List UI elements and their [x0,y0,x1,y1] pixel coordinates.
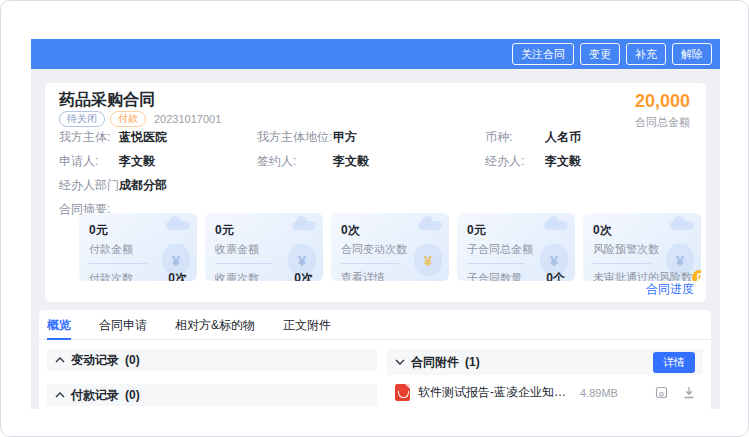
field-handler: 经办人: 李文毅 [485,153,690,168]
window-frame: 关注合同 变更 补充 解除 药品采购合同 待关闭 付款 20231017001 … [0,0,749,437]
follow-contract-button[interactable]: 关注合同 [512,43,574,65]
tab-overview[interactable]: 概览 [47,310,71,340]
section-title: 付款记录 [71,387,119,404]
app-background: 药品采购合同 待关闭 付款 20231017001 20,000 合同总金额 我… [31,69,720,409]
stat-payment-amount: 0元 付款金额 付款次数 0次 [79,213,197,281]
stat-subcontract-amount: 0元 子合同总金额 子合同数量 0个 [457,213,575,281]
tab-body-attachments[interactable]: 正文附件 [283,310,331,340]
divider [89,263,147,264]
terminate-button[interactable]: 解除 [672,43,712,65]
risk-count-badge: 0 [692,270,701,281]
file-download-icon[interactable] [683,386,695,399]
stat-risk-warning: 0次 风险预警次数 未审批通过的风险数 0 [583,213,701,281]
file-preview-icon[interactable] [655,386,668,399]
field-applicant: 申请人: 李文毅 [59,153,257,168]
field-our-party-role: 我方主体地位: 甲方 [257,129,485,144]
contract-action-bar: 关注合同 变更 补充 解除 [31,39,720,69]
divider [215,263,273,264]
stat-change-count: 0次 合同变动次数 查看详情 [331,213,449,281]
right-panel-column: 合同附件 (1) 详情 软件测试报告-蓝凌企业知识化平台软... 4.89MB [387,349,703,409]
section-title: 合同附件 [411,354,459,371]
attachment-detail-button[interactable]: 详情 [653,352,695,373]
total-amount-value: 20,000 [635,91,690,112]
divider [593,263,651,264]
section-contract-attachments[interactable]: 合同附件 (1) 详情 [387,349,703,375]
field-our-party: 我方主体: 蓝悦医院 [59,129,257,144]
field-currency: 币种: 人名币 [485,129,690,144]
section-count: (1) [465,355,480,369]
section-payment-records[interactable]: 付款记录 (0) [47,384,377,406]
section-count: (0) [125,353,140,367]
contract-tag-row: 待关闭 付款 20231017001 [59,111,221,127]
tab-bar: 概览 合同申请 相对方&标的物 正文附件 [39,310,711,340]
tab-contract-application[interactable]: 合同申请 [99,310,147,340]
contract-fields: 我方主体: 蓝悦医院 我方主体地位: 甲方 币种: 人名币 申请人: 李文毅 签… [59,129,690,216]
attachment-file-name[interactable]: 软件测试报告-蓝凌企业知识化平台软... [418,384,568,401]
detail-tabs-card: 概览 合同申请 相对方&标的物 正文附件 变动记录 (0) [39,310,711,409]
stage-badge: 付款 [110,111,146,127]
tab-counterparty-subject[interactable]: 相对方&标的物 [175,310,255,340]
stat-invoice-amount: 0元 收票金额 收票次数 0次 [205,213,323,281]
section-title: 变动记录 [71,352,119,369]
contract-title: 药品采购合同 [59,90,155,111]
overview-panels: 变动记录 (0) 付款记录 (0) [39,340,711,409]
left-panel-column: 变动记录 (0) 付款记录 (0) [47,349,377,409]
section-count: (0) [125,388,140,402]
chevron-up-icon [55,357,65,363]
view-details-link[interactable]: 查看详情 [341,270,385,281]
attachment-file-size: 4.89MB [580,387,618,399]
status-badge: 待关闭 [59,111,105,127]
field-signer: 签约人: 李文毅 [257,153,485,168]
contract-summary-card: 药品采购合同 待关闭 付款 20231017001 20,000 合同总金额 我… [45,83,706,302]
chevron-up-icon [55,392,65,398]
chevron-down-icon [395,359,405,365]
file-actions [655,386,695,399]
attachment-file-row: 软件测试报告-蓝凌企业知识化平台软... 4.89MB [387,375,703,409]
change-button[interactable]: 变更 [580,43,620,65]
section-change-records[interactable]: 变动记录 (0) [47,349,377,371]
supplement-button[interactable]: 补充 [626,43,666,65]
total-amount-label: 合同总金额 [635,115,690,130]
contract-progress-link[interactable]: 合同进度 [646,281,694,298]
field-handler-department: 经办人部门: 成都分部 [59,177,257,192]
divider [467,263,525,264]
divider [341,263,399,264]
contract-number: 20231017001 [154,113,221,125]
pdf-file-icon [395,384,410,401]
total-amount-block: 20,000 合同总金额 [635,91,690,130]
stat-cards: 0元 付款金额 付款次数 0次 0元 收票金额 收票次数 [79,213,701,281]
